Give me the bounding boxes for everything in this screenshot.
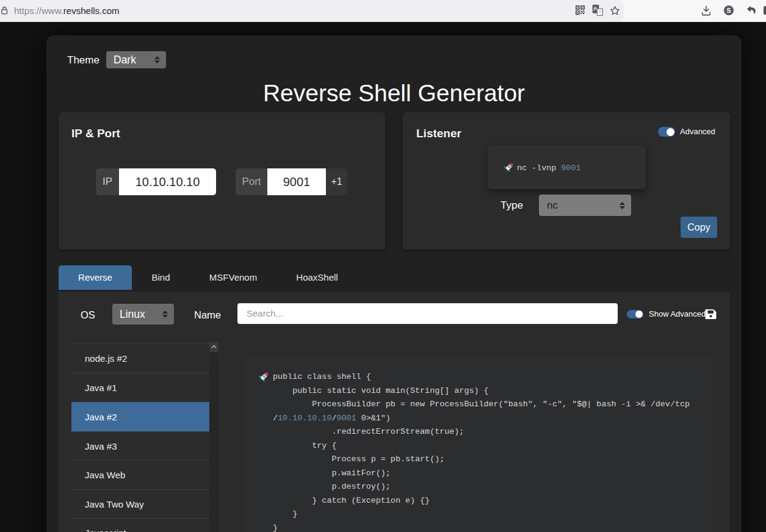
svg-text:S: S: [726, 7, 731, 14]
svg-text:?: ?: [599, 10, 601, 14]
